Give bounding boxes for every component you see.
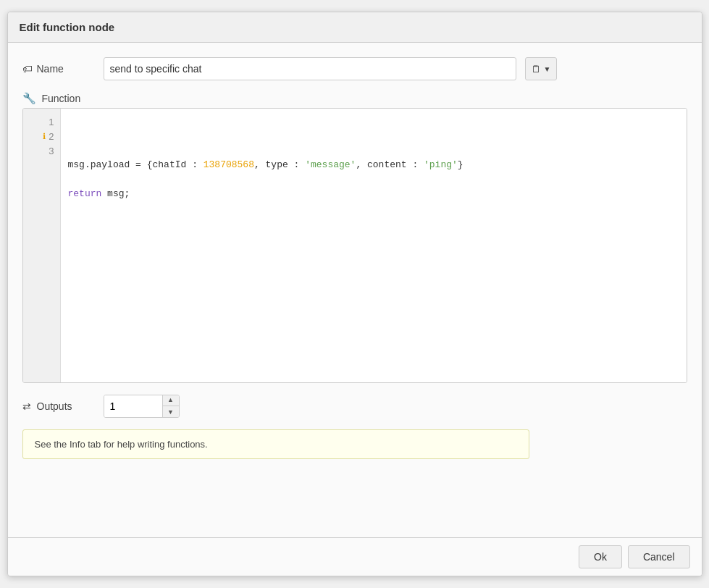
dialog-header: Edit function node: [8, 12, 702, 43]
cancel-button[interactable]: Cancel: [628, 545, 690, 568]
function-label-row: 🔧 Function: [22, 92, 687, 105]
outputs-spinner: ▲ ▼: [104, 395, 180, 418]
shuffle-icon: ⇄: [22, 400, 31, 412]
outputs-row: ⇄ Outputs ▲ ▼: [22, 395, 687, 418]
outputs-increment-button[interactable]: ▲: [163, 395, 179, 406]
code-line-2: msg.payload = {chatId : 138708568, type …: [68, 158, 679, 172]
edit-function-dialog: Edit function node 🏷 Name 🗒 ▼ 🔧 Function: [7, 12, 702, 576]
name-row: 🏷 Name 🗒 ▼: [22, 57, 687, 80]
info-text: See the Info tab for help writing functi…: [35, 439, 208, 450]
ln1: 1: [49, 117, 54, 127]
function-section: 🔧 Function 1 ℹ 2 3 msg.payload = {: [22, 92, 687, 383]
tag-icon: 🏷: [22, 63, 33, 75]
ln2: 2: [49, 131, 54, 142]
outputs-label-text: Outputs: [37, 400, 72, 412]
outputs-decrement-button[interactable]: ▼: [163, 406, 179, 418]
code-content[interactable]: msg.payload = {chatId : 138708568, type …: [61, 109, 687, 382]
code-line-1: [68, 129, 679, 143]
code-editor: 1 ℹ 2 3 msg.payload = {chatId : 13870856…: [22, 108, 687, 383]
outputs-label: ⇄ Outputs: [22, 400, 95, 412]
code-line-3: return msg;: [68, 187, 679, 201]
dialog-footer: Ok Cancel: [8, 537, 702, 576]
notebook-icon: 🗒: [532, 64, 541, 75]
info-box: See the Info tab for help writing functi…: [22, 429, 529, 459]
chevron-down-icon: ▼: [544, 65, 551, 73]
line-numbers: 1 ℹ 2 3: [23, 109, 61, 382]
line-num-1: 1: [23, 114, 60, 129]
dialog-body: 🏷 Name 🗒 ▼ 🔧 Function 1 ℹ: [8, 43, 702, 537]
wrench-icon: 🔧: [22, 92, 36, 105]
spinner-controls: ▲ ▼: [162, 395, 179, 418]
ok-button[interactable]: Ok: [579, 545, 622, 568]
name-label: 🏷 Name: [22, 63, 95, 75]
info-indicator: ℹ: [43, 132, 46, 141]
ln3: 3: [49, 146, 54, 156]
dialog-title: Edit function node: [20, 21, 690, 33]
line-num-2: ℹ 2: [23, 129, 60, 143]
line-num-3: 3: [23, 143, 60, 158]
outputs-value-input[interactable]: [104, 395, 162, 418]
function-label-text: Function: [42, 93, 81, 104]
name-label-text: Name: [37, 63, 64, 75]
name-input[interactable]: [104, 57, 516, 80]
icon-picker-button[interactable]: 🗒 ▼: [525, 57, 558, 80]
